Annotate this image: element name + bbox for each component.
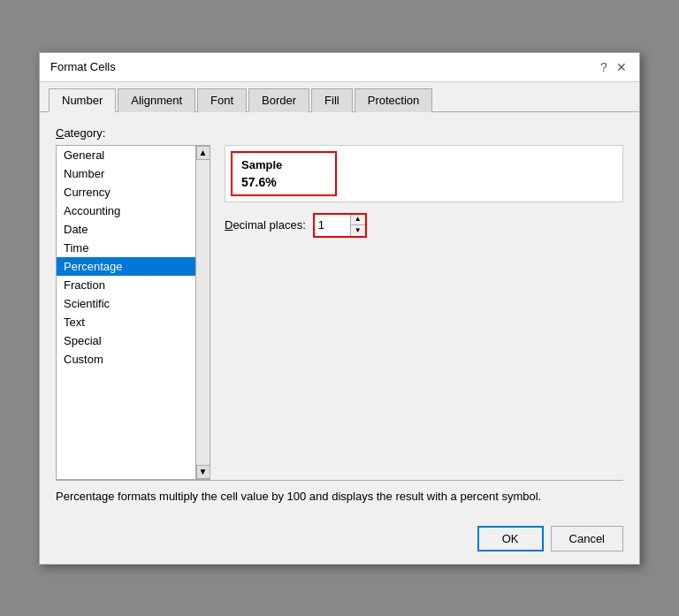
decimal-label: Decimal places: — [225, 218, 306, 232]
title-bar: Format Cells ? ✕ — [40, 53, 639, 82]
help-button[interactable]: ? — [597, 60, 611, 74]
dialog-title: Format Cells — [50, 60, 116, 73]
sample-value: 57.6% — [241, 175, 326, 189]
category-label: Category: — [56, 126, 623, 140]
scroll-down-button[interactable]: ▼ — [196, 465, 210, 479]
title-bar-left: Format Cells — [50, 60, 116, 73]
category-item-scientific[interactable]: Scientific — [57, 294, 195, 313]
category-item-general[interactable]: General — [57, 146, 195, 164]
close-button[interactable]: ✕ — [614, 60, 629, 74]
category-item-percentage[interactable]: Percentage — [57, 257, 195, 276]
tab-number[interactable]: Number — [49, 88, 116, 112]
ok-button[interactable]: OK — [477, 526, 544, 551]
decimal-row: Decimal places: ▲ ▼ — [225, 213, 623, 238]
decimal-places-input[interactable] — [315, 217, 350, 233]
description-text: Percentage formats multiply the cell val… — [56, 490, 623, 503]
category-item-number[interactable]: Number — [57, 164, 195, 183]
sample-box: Sample 57.6% — [231, 151, 337, 196]
main-content: Category: General Number Currency Accoun… — [40, 112, 639, 517]
spin-down-button[interactable]: ▼ — [351, 225, 365, 236]
tab-protection[interactable]: Protection — [355, 88, 433, 112]
title-buttons: ? ✕ — [597, 60, 629, 74]
category-item-custom[interactable]: Custom — [57, 350, 195, 369]
tab-alignment[interactable]: Alignment — [118, 88, 195, 112]
scroll-up-button[interactable]: ▲ — [196, 146, 210, 160]
category-item-fraction[interactable]: Fraction — [57, 276, 195, 294]
main-area: General Number Currency Accounting Date … — [56, 145, 623, 480]
cancel-button[interactable]: Cancel — [551, 526, 623, 551]
category-item-accounting[interactable]: Accounting — [57, 202, 195, 220]
decimal-input-wrap: ▲ ▼ — [313, 213, 367, 238]
spin-up-button[interactable]: ▲ — [351, 215, 365, 225]
tab-border[interactable]: Border — [248, 88, 309, 112]
description-area: Percentage formats multiply the cell val… — [56, 480, 623, 503]
sample-label: Sample — [241, 158, 326, 171]
spinner: ▲ ▼ — [350, 215, 365, 236]
right-panel: Sample 57.6% Decimal places: ▲ ▼ — [225, 145, 623, 480]
sample-area: Sample 57.6% — [225, 145, 623, 202]
scroll-track[interactable] — [196, 160, 210, 465]
tabs-bar: Number Alignment Font Border Fill Protec… — [40, 82, 639, 112]
format-cells-dialog: Format Cells ? ✕ Number Alignment Font B… — [39, 52, 640, 565]
decimal-label-underline: D — [225, 218, 233, 232]
category-list: General Number Currency Accounting Date … — [57, 146, 195, 479]
tab-font[interactable]: Font — [197, 88, 247, 112]
button-row: OK Cancel — [40, 517, 639, 564]
category-item-date[interactable]: Date — [57, 220, 195, 239]
category-list-container: General Number Currency Accounting Date … — [56, 145, 210, 480]
tab-fill[interactable]: Fill — [311, 88, 353, 112]
category-item-currency[interactable]: Currency — [57, 183, 195, 202]
category-item-text[interactable]: Text — [57, 313, 195, 331]
scrollbar[interactable]: ▲ ▼ — [195, 146, 210, 479]
category-label-underline: C — [56, 126, 64, 140]
category-item-special[interactable]: Special — [57, 331, 195, 350]
category-item-time[interactable]: Time — [57, 239, 195, 257]
